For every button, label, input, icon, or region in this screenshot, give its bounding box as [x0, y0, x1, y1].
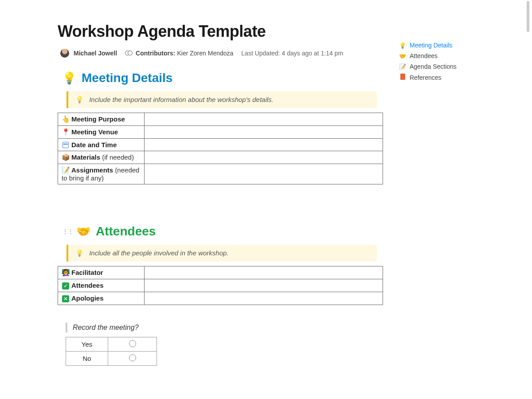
callout-text: Include all the people involved in the w…	[89, 249, 228, 257]
table-row[interactable]: Yes	[66, 337, 157, 352]
record-prompt-text: Record the meeting?	[73, 324, 139, 331]
outline-label: Meeting Details	[410, 42, 453, 49]
lightbulb-icon: 💡	[75, 249, 84, 257]
table-row[interactable]: 👆Meeting Purpose	[58, 113, 383, 126]
lightbulb-icon: 💡	[399, 42, 406, 49]
outline-label: References	[410, 74, 442, 81]
avatar	[60, 49, 69, 58]
table-row[interactable]: 📦Materials (if needed)	[58, 151, 383, 164]
row-value[interactable]	[145, 266, 383, 279]
document-page: Workshop Agenda Template Michael Jowell …	[0, 0, 399, 383]
meeting-details-table: 👆Meeting Purpose 📍Meeting Venue Date and…	[58, 113, 383, 184]
row-value[interactable]	[145, 279, 383, 292]
page-title: Workshop Agenda Template	[58, 22, 381, 41]
table-row[interactable]: Date and Time	[58, 139, 383, 151]
drag-handle-icon[interactable]: ⋮⋮	[62, 228, 73, 235]
row-value[interactable]	[145, 113, 383, 126]
section-title: Meeting Details	[82, 71, 172, 85]
x-icon: ✕	[62, 294, 70, 302]
row-value[interactable]	[145, 151, 383, 164]
memo-icon: 📝	[399, 63, 406, 70]
row-value[interactable]	[145, 126, 383, 139]
row-label: Meeting Venue	[71, 128, 118, 136]
last-updated: Last Updated: 4 days ago at 1:14 pm	[241, 50, 343, 57]
scrollbar-thumb[interactable]	[527, 1, 529, 32]
outline-item-meeting-details[interactable]: 💡 Meeting Details	[399, 40, 488, 51]
pin-icon: 📍	[62, 128, 70, 136]
section-title: Attendees	[96, 224, 156, 239]
book-icon	[399, 74, 406, 81]
section-heading-attendees[interactable]: ⋮⋮ 🤝 Attendees	[62, 224, 381, 239]
callout-attendees[interactable]: 💡 Include all the people involved in the…	[66, 245, 377, 262]
author-chip[interactable]: Michael Jowell	[60, 49, 117, 58]
row-value[interactable]	[145, 164, 383, 184]
check-icon: ✓	[62, 282, 70, 289]
table-row[interactable]: ✓Attendees	[58, 279, 383, 292]
teacher-icon: 👩‍🏫	[62, 269, 70, 277]
people-icon	[125, 50, 133, 56]
lightbulb-icon: 💡	[75, 96, 84, 103]
outline-item-attendees[interactable]: 🤝 Attendees	[399, 51, 488, 61]
row-sublabel: (if needed)	[102, 153, 134, 161]
handshake-icon: 🤝	[399, 53, 406, 59]
attendees-table: 👩‍🏫Facilitator ✓Attendees ✕Apologies	[58, 266, 383, 305]
row-label: Meeting Purpose	[71, 115, 125, 123]
callout-meeting-details[interactable]: 💡 Include the important information abou…	[66, 91, 377, 108]
option-radio[interactable]	[108, 352, 157, 366]
outline-item-references[interactable]: References	[399, 72, 488, 83]
contributors-chip[interactable]: Contributors: Kier Zoren Mendoza	[125, 50, 233, 57]
table-row[interactable]: 👩‍🏫Facilitator	[58, 266, 383, 279]
row-label: Assignments	[71, 166, 113, 174]
outline-label: Attendees	[410, 52, 438, 59]
row-value[interactable]	[145, 139, 383, 151]
outline-nav: 💡 Meeting Details 🤝 Attendees 📝 Agenda S…	[399, 40, 488, 83]
table-row[interactable]: 📍Meeting Venue	[58, 126, 383, 139]
row-value[interactable]	[145, 292, 383, 305]
lightbulb-icon: 💡	[62, 71, 76, 85]
doc-meta: Michael Jowell Contributors: Kier Zoren …	[60, 49, 381, 58]
option-label: No	[66, 352, 108, 366]
calendar-icon	[62, 141, 70, 149]
contributors-names: Kier Zoren Mendoza	[177, 50, 233, 57]
table-row[interactable]: ✕Apologies	[58, 292, 383, 305]
author-name: Michael Jowell	[74, 50, 117, 57]
option-label: Yes	[66, 337, 108, 352]
table-row[interactable]: 📝Assignments (needed to bring if any)	[58, 164, 383, 184]
row-label: Apologies	[71, 294, 104, 302]
last-updated-label: Last Updated:	[241, 50, 280, 57]
last-updated-value: 4 days ago at 1:14 pm	[282, 50, 344, 57]
handshake-icon: 🤝	[76, 225, 90, 239]
outline-label: Agenda Sections	[410, 63, 457, 70]
outline-item-agenda-sections[interactable]: 📝 Agenda Sections	[399, 61, 488, 72]
row-label: Date and Time	[71, 141, 117, 149]
record-prompt: Record the meeting?	[66, 323, 381, 332]
table-row[interactable]: No	[66, 352, 157, 366]
radio-icon	[129, 354, 136, 361]
record-options-table: Yes No	[66, 337, 157, 366]
row-label: Materials	[71, 153, 100, 161]
option-radio[interactable]	[108, 337, 157, 352]
point-up-icon: 👆	[62, 115, 70, 123]
section-heading-meeting-details[interactable]: 💡 Meeting Details	[62, 71, 381, 85]
radio-icon	[129, 340, 136, 347]
memo-icon: 📝	[62, 166, 70, 174]
contributors-label: Contributors:	[136, 50, 175, 57]
row-label: Facilitator	[71, 269, 103, 276]
callout-text: Include the important information about …	[89, 96, 274, 103]
row-label: Attendees	[71, 282, 104, 289]
box-icon: 📦	[62, 153, 70, 161]
